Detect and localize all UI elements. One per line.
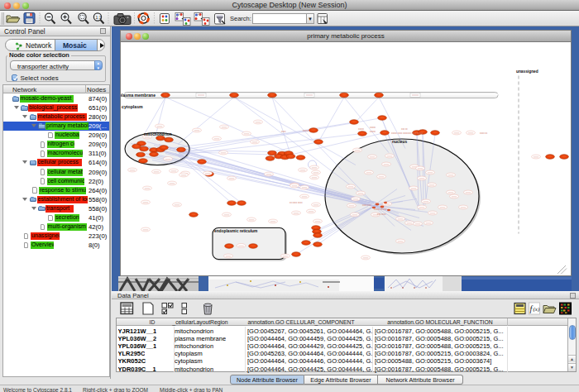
svg-text:xxxxx xxxx xxxxxxx xxxx xxxxx: xxxxx xxxx xxxxxxx xxxx xxxxx [391, 131, 423, 135]
svg-text:xxx xxxx: xxx xxxx [377, 213, 386, 216]
svg-text:xxxx xxx: xxxx xxx [362, 203, 371, 207]
svg-text:xxxxx xx xxx: xxxxx xx xxx [374, 208, 387, 211]
svg-text:1:1: 1:1 [96, 15, 102, 20]
svg-text:endoplasmic reticulum: endoplasmic reticulum [214, 229, 257, 233]
svg-text:xxxx: xxxx [281, 130, 286, 133]
svg-text:xxxxx: xxxxx [303, 129, 309, 132]
svg-text:xxxx xx: xxxx xx [480, 131, 488, 135]
svg-text:xxxxx: xxxxx [358, 127, 365, 131]
svg-text:xx xxxx xxxx: xx xxxx xxxx [290, 201, 303, 204]
svg-text:unassigned: unassigned [516, 69, 538, 74]
svg-text:xxxxx: xxxxx [370, 130, 376, 133]
svg-text:xxx xx: xxx xx [401, 127, 408, 131]
svg-text:(x): (x) [534, 306, 540, 313]
svg-text:cytoplasm: cytoplasm [122, 104, 143, 109]
svg-text:mitochondrion: mitochondrion [144, 132, 172, 136]
svg-text:plasma membrane: plasma membrane [121, 93, 156, 98]
svg-text:nucleus: nucleus [392, 140, 407, 144]
svg-text:xxxxx: xxxxx [370, 126, 376, 129]
